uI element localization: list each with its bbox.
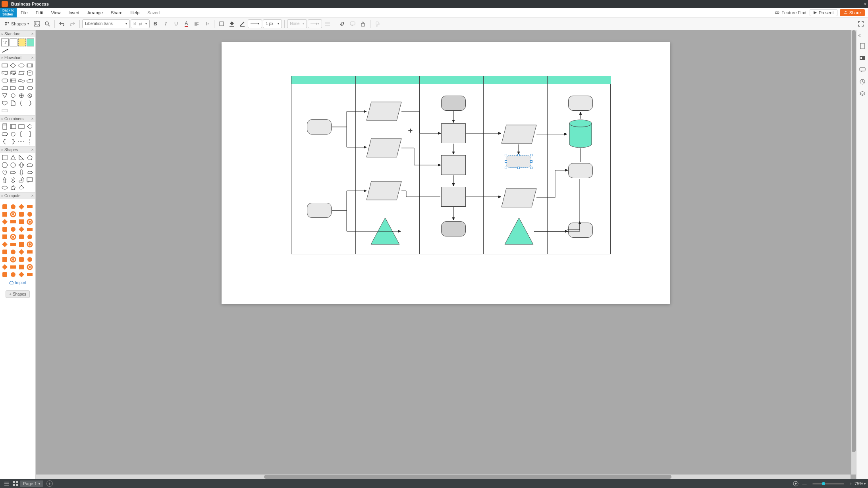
share-button[interactable]: Share <box>840 9 865 16</box>
arrow-end-dropdown[interactable]: ▾ <box>308 19 322 28</box>
shape-connector[interactable] <box>9 92 17 99</box>
line-style-dropdown[interactable]: ▾ <box>248 19 262 28</box>
compute-shape[interactable] <box>26 256 34 263</box>
compute-shape[interactable] <box>26 263 34 271</box>
compute-shape[interactable] <box>17 256 25 263</box>
shape-or[interactable] <box>17 92 25 99</box>
close-icon[interactable]: × <box>31 147 34 152</box>
cylinder-shape[interactable] <box>569 119 592 148</box>
shape-pentagon[interactable] <box>26 154 34 161</box>
shape-manual-input[interactable] <box>26 77 34 84</box>
add-page-button[interactable]: + <box>46 480 53 487</box>
compute-shape[interactable] <box>1 241 9 248</box>
collapse-icon[interactable]: « <box>858 33 866 38</box>
compute-shape[interactable] <box>26 203 34 210</box>
shape-cloud[interactable] <box>26 161 34 169</box>
shape-ellipse[interactable] <box>1 184 9 191</box>
zoom-level[interactable]: 75% <box>854 481 863 486</box>
undo-icon[interactable] <box>57 19 67 29</box>
note-tool[interactable] <box>18 38 26 46</box>
terminator-shape[interactable] <box>307 119 332 134</box>
container-brace[interactable] <box>1 138 9 145</box>
shapes-panel-toggle[interactable]: Shapes ▾ <box>2 21 31 26</box>
menu-file[interactable]: File <box>17 10 32 15</box>
shape-internal[interactable] <box>9 77 17 84</box>
compute-shape[interactable] <box>9 211 17 218</box>
comment-icon[interactable] <box>348 19 357 29</box>
section-flowchart[interactable]: ▸Flowchart× <box>0 54 35 61</box>
shape-arrow-bent[interactable] <box>17 177 25 184</box>
fill-color-icon[interactable] <box>227 19 237 29</box>
shape-arrow-u[interactable] <box>1 177 9 184</box>
compute-shape[interactable] <box>1 233 9 240</box>
compute-shape[interactable] <box>26 226 34 233</box>
font-size-dropdown[interactable]: 8pt▾ <box>131 19 150 28</box>
section-containers[interactable]: ▸Containers× <box>0 115 35 122</box>
shape-delay[interactable] <box>9 85 17 92</box>
search-icon[interactable] <box>42 19 52 29</box>
shape-display[interactable] <box>26 85 34 92</box>
shape-arrow-ud[interactable] <box>9 177 17 184</box>
line-tool[interactable] <box>0 48 35 54</box>
redo-icon[interactable] <box>68 19 77 29</box>
parallelogram-shape[interactable] <box>366 102 402 121</box>
shape-multidoc[interactable] <box>9 69 17 77</box>
shape-square[interactable] <box>1 154 9 161</box>
bold-icon[interactable]: B <box>150 19 160 29</box>
add-shapes-button[interactable]: +Shapes <box>6 290 30 298</box>
compute-shape[interactable] <box>17 218 25 225</box>
grid-view-icon[interactable] <box>11 480 20 487</box>
menu-arrange[interactable]: Arrange <box>83 10 107 15</box>
compute-shape[interactable] <box>17 271 25 278</box>
shape-star[interactable] <box>9 184 17 191</box>
shape-predefined[interactable] <box>26 62 34 69</box>
block-tool[interactable] <box>10 38 17 46</box>
process-shape[interactable] <box>441 123 466 143</box>
container-bracket-r[interactable] <box>26 131 34 138</box>
compute-shape[interactable] <box>1 271 9 278</box>
import-link[interactable]: Import <box>0 279 35 286</box>
terminator-shape[interactable] <box>441 96 466 111</box>
shape-arrow-r[interactable] <box>9 169 17 176</box>
fill-rect-icon[interactable] <box>217 19 226 29</box>
compute-shape[interactable] <box>1 218 9 225</box>
arrow-start-dropdown[interactable]: None▾ <box>287 19 307 28</box>
compute-shape[interactable] <box>9 226 17 233</box>
container-circle[interactable] <box>9 131 17 138</box>
terminator-shape[interactable] <box>568 223 593 238</box>
diagram-page[interactable]: ✢ <box>222 42 670 304</box>
lane-header-4[interactable] <box>483 76 547 84</box>
shape-merge[interactable] <box>1 92 9 99</box>
terminator-shape[interactable] <box>307 203 332 218</box>
section-shapes[interactable]: ▸Shapes× <box>0 146 35 153</box>
shape-diamond2[interactable] <box>17 184 25 191</box>
history-icon[interactable] <box>858 78 866 86</box>
shape-stored[interactable] <box>17 85 25 92</box>
shape-hexagon[interactable] <box>1 161 9 169</box>
triangle-shape[interactable] <box>370 217 400 245</box>
font-family-dropdown[interactable]: Liberation Sans▾ <box>82 19 130 28</box>
layers-icon[interactable] <box>858 90 866 98</box>
text-color-icon[interactable]: A <box>181 19 191 29</box>
terminator-shape[interactable] <box>441 221 466 236</box>
line-color-icon[interactable] <box>237 19 247 29</box>
shape-text-input[interactable] <box>1 107 9 114</box>
menu-help[interactable]: Help <box>126 10 143 15</box>
compute-shape[interactable] <box>1 263 9 271</box>
italic-icon[interactable]: I <box>161 19 170 29</box>
close-icon[interactable]: × <box>31 193 34 198</box>
compute-shape[interactable] <box>9 218 17 225</box>
shape-note[interactable] <box>9 100 17 107</box>
shape-arrow-d[interactable] <box>17 169 25 176</box>
zoom-slider[interactable] <box>812 483 844 484</box>
shape-triangle[interactable] <box>9 154 17 161</box>
compute-shape[interactable] <box>1 248 9 256</box>
menu-view[interactable]: View <box>47 10 65 15</box>
shape-circle[interactable] <box>9 161 17 169</box>
compute-shape[interactable] <box>17 248 25 256</box>
back-to-slides-button[interactable]: Back to Slides <box>0 8 17 17</box>
lane-header-1[interactable] <box>291 76 355 84</box>
shape-brace-l[interactable] <box>17 100 25 107</box>
parallelogram-shape[interactable] <box>502 188 537 208</box>
container-dashes-v[interactable] <box>26 138 34 145</box>
